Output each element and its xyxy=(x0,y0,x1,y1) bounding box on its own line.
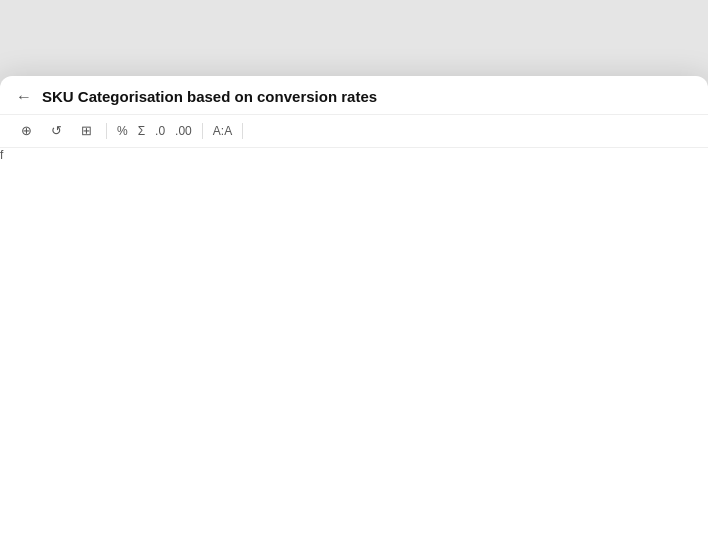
add-icon[interactable]: ⊕ xyxy=(16,121,36,141)
dot0-btn[interactable]: .0 xyxy=(155,124,165,138)
dot00-btn[interactable]: .00 xyxy=(175,124,192,138)
refresh-icon[interactable]: ↺ xyxy=(46,121,66,141)
grid-icon[interactable]: ⊞ xyxy=(76,121,96,141)
toolbar: ⊕ ↺ ⊞ % Σ .0 .00 A:A xyxy=(0,115,708,148)
toolbar-separator xyxy=(106,123,107,139)
font-style-btn[interactable]: f xyxy=(0,148,708,162)
font-size-btn[interactable]: A:A xyxy=(213,124,232,138)
title-bar: ← SKU Categorisation based on conversion… xyxy=(0,76,708,115)
toolbar-separator-2 xyxy=(202,123,203,139)
toolbar-separator-3 xyxy=(242,123,243,139)
percent-btn[interactable]: % xyxy=(117,124,128,138)
page-title: SKU Categorisation based on conversion r… xyxy=(42,88,377,105)
main-window: ← SKU Categorisation based on conversion… xyxy=(0,76,708,535)
sigma-btn[interactable]: Σ xyxy=(138,124,145,138)
back-button[interactable]: ← xyxy=(16,88,32,106)
